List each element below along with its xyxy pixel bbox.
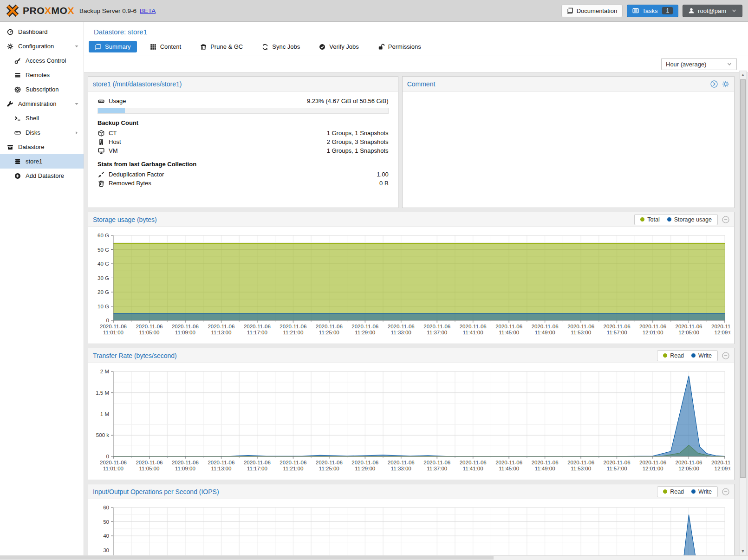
svg-text:60: 60 <box>103 505 109 510</box>
page-title: Datastore: store1 <box>84 22 748 38</box>
svg-text:11:45:00: 11:45:00 <box>499 466 519 471</box>
legend-item-write[interactable]: Write <box>691 488 712 495</box>
svg-text:2020-11-06: 2020-11-06 <box>280 460 306 465</box>
iops-chart-plot: 01020304050602020-11-0611:01:002020-11-0… <box>92 503 730 555</box>
svg-text:2020-11-06: 2020-11-06 <box>460 324 487 329</box>
transfer-rate-chart-panel: Transfer Rate (bytes/second) ReadWrite 0… <box>88 348 735 480</box>
svg-text:2020-11-06: 2020-11-06 <box>316 460 343 465</box>
legend-label: Total <box>647 216 659 223</box>
scroll-down-arrow[interactable]: ▼ <box>740 547 746 555</box>
proxmox-x-icon <box>6 4 20 18</box>
comment-body[interactable] <box>403 91 734 208</box>
svg-text:11:05:00: 11:05:00 <box>139 466 160 471</box>
svg-text:2020-11-06: 2020-11-06 <box>423 460 450 465</box>
svg-text:11:29:00: 11:29:00 <box>355 466 375 471</box>
svg-text:2020-11-06: 2020-11-06 <box>639 324 666 329</box>
row-label: CT <box>109 130 117 137</box>
database-icon <box>13 158 22 165</box>
comment-header: Comment <box>403 77 734 91</box>
sidebar-item-datastore[interactable]: Datastore <box>0 140 84 154</box>
tab-sync-jobs[interactable]: Sync Jobs <box>256 41 306 52</box>
tasks-button[interactable]: Tasks 1 <box>627 5 678 17</box>
svg-text:50 G: 50 G <box>98 247 109 253</box>
transfer-chart-header: Transfer Rate (bytes/second) ReadWrite <box>88 348 734 363</box>
storage-chart-legend: TotalStorage usage <box>634 214 718 225</box>
svg-text:11:05:00: 11:05:00 <box>139 330 160 335</box>
beta-link[interactable]: BETA <box>140 7 156 14</box>
timeframe-select[interactable]: Hour (average) <box>661 58 737 70</box>
vertical-scrollbar-thumb[interactable] <box>740 79 746 478</box>
legend-label: Read <box>670 488 684 495</box>
user-icon <box>688 7 695 14</box>
svg-text:11:33:00: 11:33:00 <box>391 466 411 471</box>
horizontal-scrollbar-thumb[interactable] <box>0 556 494 560</box>
sidebar-item-store1[interactable]: store1 <box>0 154 84 169</box>
chevron-right-icon[interactable] <box>74 130 79 135</box>
storage-chart-title: Storage usage (bytes) <box>93 216 157 223</box>
sidebar-item-label: Disks <box>26 129 40 136</box>
chevron-down-icon[interactable] <box>74 102 79 106</box>
svg-text:2020-11-06: 2020-11-06 <box>532 324 559 329</box>
tab-verify-jobs[interactable]: Verify Jobs <box>313 41 365 52</box>
sidebar-item-configuration[interactable]: Configuration <box>0 39 84 53</box>
chevron-right-circle-icon[interactable] <box>710 80 718 88</box>
scroll-up-arrow[interactable]: ▲ <box>740 71 746 78</box>
legend-label: Write <box>698 488 712 495</box>
tab-label: Permissions <box>388 43 421 50</box>
transfer-chart-plot: 0500 k1 M1.5 M2 M2020-11-0611:01:002020-… <box>92 367 730 476</box>
sidebar-item-subscription[interactable]: Subscription <box>0 82 84 97</box>
collapse-icon[interactable] <box>722 216 729 223</box>
lock-open-icon <box>378 44 384 50</box>
check-circle-icon <box>319 44 325 50</box>
row-value: 2 Groups, 3 Snapshots <box>327 138 389 145</box>
legend-item-read[interactable]: Read <box>663 488 684 495</box>
svg-text:30 G: 30 G <box>98 275 109 281</box>
tab-label: Prune & GC <box>210 43 243 50</box>
tab-prune-gc[interactable]: Prune & GC <box>194 41 249 52</box>
sidebar-item-access-control[interactable]: Access Control <box>0 53 84 68</box>
row-value: 1.00 <box>377 171 388 178</box>
gear-icon[interactable] <box>722 80 729 88</box>
archive-icon <box>6 144 14 150</box>
horizontal-scrollbar[interactable] <box>0 555 748 560</box>
svg-text:10 G: 10 G <box>98 304 109 309</box>
row-label: Deduplication Factor <box>109 171 164 178</box>
row-label: Removed Bytes <box>109 180 151 187</box>
datastore-info-header: store1 (/mnt/datastores/store1) <box>88 77 398 91</box>
wrench-icon <box>6 101 14 107</box>
chevron-down-icon[interactable] <box>74 44 79 49</box>
compress-icon <box>98 171 105 178</box>
iops-chart-legend: ReadWrite <box>657 486 718 497</box>
legend-item-write[interactable]: Write <box>691 352 712 359</box>
tab-content[interactable]: Content <box>144 41 188 52</box>
svg-text:2020-11-06: 2020-11-06 <box>423 324 450 329</box>
sidebar-item-add-datastore[interactable]: Add Datastore <box>0 169 84 183</box>
svg-text:1 M: 1 M <box>100 411 109 417</box>
svg-text:40: 40 <box>103 533 109 539</box>
svg-text:11:41:00: 11:41:00 <box>463 466 483 471</box>
user-menu-button[interactable]: root@pam <box>683 5 742 17</box>
svg-text:2020-11-06: 2020-11-06 <box>711 324 730 329</box>
sidebar-item-dashboard[interactable]: Dashboard <box>0 25 84 39</box>
tab-permissions[interactable]: Permissions <box>372 41 427 52</box>
legend-dot <box>663 353 667 358</box>
gauge-icon <box>6 29 14 35</box>
sidebar-item-label: Subscription <box>26 86 59 93</box>
sidebar-item-disks[interactable]: Disks <box>0 125 84 140</box>
svg-text:2 M: 2 M <box>100 369 109 374</box>
collapse-icon[interactable] <box>722 488 729 495</box>
workspace: store1 (/mnt/datastores/store1) Usage 9.… <box>84 72 748 555</box>
svg-text:2020-11-06: 2020-11-06 <box>639 460 666 465</box>
documentation-button[interactable]: Documentation <box>561 5 623 17</box>
svg-text:2020-11-06: 2020-11-06 <box>208 460 234 465</box>
tab-summary[interactable]: Summary <box>89 41 137 52</box>
legend-item-total[interactable]: Total <box>640 216 659 223</box>
plus-circle-icon <box>13 173 22 179</box>
legend-item-read[interactable]: Read <box>663 352 684 359</box>
vertical-scrollbar[interactable]: ▲ ▼ <box>739 71 747 555</box>
sidebar-item-remotes[interactable]: Remotes <box>0 68 84 82</box>
legend-item-storage-usage[interactable]: Storage usage <box>667 216 712 223</box>
collapse-icon[interactable] <box>722 352 729 359</box>
sidebar-item-administration[interactable]: Administration <box>0 97 84 111</box>
sidebar-item-shell[interactable]: Shell <box>0 111 84 125</box>
